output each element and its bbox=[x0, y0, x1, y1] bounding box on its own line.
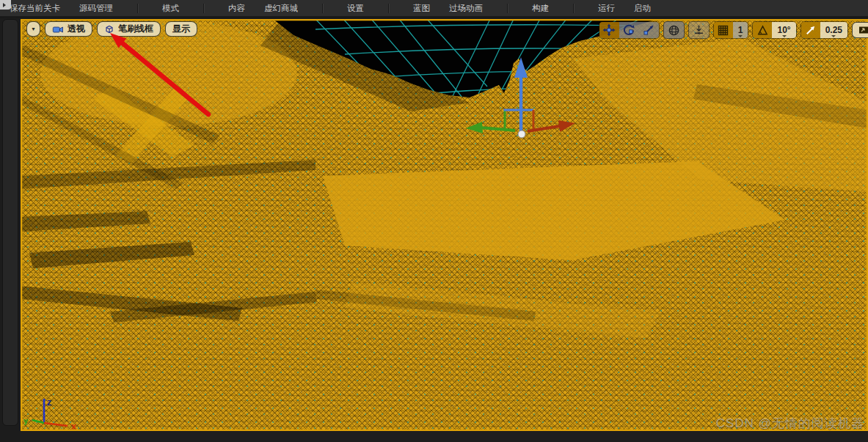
left-panel-strip bbox=[0, 10, 20, 442]
viewport-3d[interactable]: z x y bbox=[0, 0, 868, 442]
menu-launch[interactable]: 启动 bbox=[624, 0, 660, 16]
grid-snap-icon bbox=[717, 24, 729, 37]
menu-separator bbox=[322, 4, 323, 13]
menu-separator bbox=[137, 4, 138, 13]
viewport-options-button[interactable]: ▼ bbox=[26, 21, 40, 37]
main-menu-bar: 保存当前关卡 源码管理 模式 内容 虚幻商城 设置 蓝图 过场动画 构建 运行 … bbox=[0, 0, 868, 18]
rotate-tool-button[interactable] bbox=[619, 22, 639, 38]
gizmo-origin-sphere[interactable] bbox=[518, 130, 525, 138]
menu-marketplace[interactable]: 虚幻商城 bbox=[255, 0, 307, 16]
rotation-snap-value[interactable]: 10° bbox=[772, 22, 795, 38]
axis-z-label: z bbox=[47, 397, 52, 408]
view-mode-button[interactable]: 笔刷线框 bbox=[97, 21, 161, 37]
scale-snap-group: 0.25 bbox=[800, 21, 848, 39]
viewport-toolbar-left: ▼ 透视 笔刷线框 显示 bbox=[26, 21, 197, 37]
wireframe-cube-icon bbox=[104, 24, 114, 34]
rotation-snap-group: 10° bbox=[752, 21, 796, 39]
perspective-label: 透视 bbox=[68, 23, 85, 35]
grid-snap-value[interactable]: 1 bbox=[733, 22, 748, 38]
move-tool-icon bbox=[602, 23, 616, 37]
scale-snap-icon bbox=[804, 24, 817, 37]
grid-snap-button[interactable] bbox=[714, 22, 733, 38]
show-button[interactable]: 显示 bbox=[165, 21, 197, 37]
menu-content[interactable]: 内容 bbox=[219, 0, 255, 16]
scale-snap-button[interactable] bbox=[801, 22, 820, 38]
collapsed-tab-icon[interactable] bbox=[0, 0, 11, 10]
watermark: CSDN @无情的阅读机器 bbox=[716, 415, 864, 432]
view-mode-label: 笔刷线框 bbox=[118, 23, 153, 35]
surface-snap-icon bbox=[693, 24, 705, 37]
globe-icon bbox=[668, 24, 680, 37]
menu-settings[interactable]: 设置 bbox=[338, 0, 373, 16]
move-tool-button[interactable] bbox=[599, 22, 619, 38]
scale-snap-value[interactable]: 0.25 bbox=[820, 22, 847, 38]
status-bar-strip bbox=[20, 432, 868, 442]
menu-separator bbox=[203, 4, 204, 13]
axis-y-label: y bbox=[23, 416, 29, 425]
rotate-tool-icon bbox=[622, 23, 635, 37]
menu-source-control[interactable]: 源码管理 bbox=[70, 0, 123, 16]
perspective-button[interactable]: 透视 bbox=[45, 21, 92, 37]
grid-snap-group: 1 bbox=[713, 21, 749, 39]
unreal-editor-window: z x y 保存当前关卡 源码管理 模式 内容 虚幻商城 设置 蓝图 过场动画 … bbox=[0, 0, 868, 442]
menu-separator bbox=[573, 4, 574, 13]
maximize-viewport-icon bbox=[858, 26, 868, 34]
world-space-button[interactable] bbox=[663, 21, 685, 39]
scale-tool-button[interactable] bbox=[639, 22, 659, 38]
menu-build[interactable]: 构建 bbox=[522, 0, 558, 16]
viewport-toolbar-right: 1 10° 0.25 bbox=[599, 21, 868, 39]
surface-snap-button[interactable] bbox=[688, 21, 710, 39]
caret-down-icon: ▼ bbox=[31, 26, 36, 32]
rotation-snap-icon bbox=[756, 24, 769, 37]
menu-play[interactable]: 运行 bbox=[588, 0, 624, 16]
collapsed-panel-well[interactable] bbox=[2, 19, 18, 426]
camera-icon bbox=[52, 25, 64, 34]
maximize-viewport-button[interactable] bbox=[852, 22, 868, 38]
transform-tools-group bbox=[599, 21, 660, 39]
rotation-snap-button[interactable] bbox=[753, 22, 772, 38]
menu-separator bbox=[388, 4, 389, 13]
menu-modes[interactable]: 模式 bbox=[153, 0, 189, 16]
scale-tool-icon bbox=[642, 23, 655, 37]
menu-separator bbox=[507, 4, 508, 13]
show-label: 显示 bbox=[172, 23, 190, 35]
menu-cinematics[interactable]: 过场动画 bbox=[440, 0, 492, 16]
menu-blueprints[interactable]: 蓝图 bbox=[404, 0, 440, 16]
